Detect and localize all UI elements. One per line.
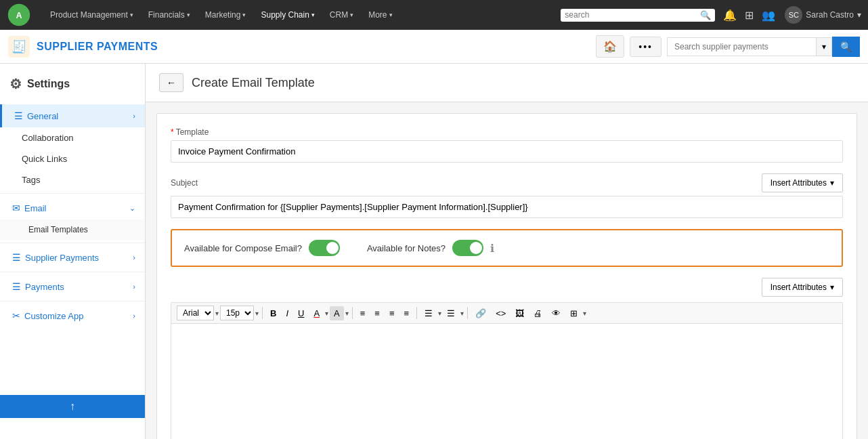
content-header: ← Create Email Template bbox=[146, 64, 868, 102]
general-icon: ☰ bbox=[14, 110, 23, 121]
sidebar-item-label: Customize App bbox=[24, 311, 83, 321]
sidebar-item-collaboration[interactable]: Collaboration bbox=[0, 127, 145, 148]
chevron-right-icon: › bbox=[133, 312, 135, 320]
nav-financials[interactable]: Financials ▾ bbox=[142, 6, 197, 24]
insert-attributes-button-2[interactable]: Insert Attributes ▾ bbox=[762, 278, 843, 297]
subject-row: Subject Insert Attributes ▾ bbox=[171, 173, 843, 192]
toggle-slider bbox=[309, 240, 340, 256]
grid-icon[interactable]: ⊞ bbox=[745, 9, 754, 22]
sidebar-item-label: Tags bbox=[22, 175, 40, 185]
align-left-button[interactable]: ≡ bbox=[356, 306, 370, 320]
search-input[interactable] bbox=[565, 10, 700, 20]
user-menu[interactable]: SC Sarah Castro ▾ bbox=[785, 6, 861, 24]
search-icon[interactable]: 🔍 bbox=[700, 10, 711, 20]
template-input[interactable] bbox=[171, 140, 843, 163]
nav-supply-chain[interactable]: Supply Chain ▾ bbox=[254, 6, 321, 24]
editor-body[interactable] bbox=[171, 324, 842, 439]
nav-menu: Product Management ▾ Financials ▾ Market… bbox=[43, 6, 558, 24]
chevron-down-icon: ⌄ bbox=[129, 204, 135, 213]
insert-attributes-button-1[interactable]: Insert Attributes ▾ bbox=[762, 173, 843, 192]
chevron-down-icon: ▾ bbox=[350, 12, 353, 18]
compose-email-toggle[interactable] bbox=[309, 240, 340, 256]
chevron-right-icon: › bbox=[133, 253, 135, 262]
image-button[interactable]: 🖼 bbox=[511, 306, 528, 320]
search-dropdown-button[interactable]: ▾ bbox=[816, 37, 832, 56]
chevron-down-icon: ▾ bbox=[438, 310, 441, 317]
italic-button[interactable]: I bbox=[282, 306, 292, 320]
nav-crm[interactable]: CRM ▾ bbox=[323, 6, 360, 24]
underline-button[interactable]: U bbox=[294, 306, 308, 320]
chevron-right-icon: › bbox=[133, 283, 135, 291]
nav-marketing[interactable]: Marketing ▾ bbox=[198, 6, 253, 24]
toolbar-separator bbox=[352, 307, 353, 319]
bold-button[interactable]: B bbox=[266, 306, 280, 320]
align-center-button[interactable]: ≡ bbox=[370, 306, 384, 320]
avatar: SC bbox=[785, 6, 802, 24]
chevron-down-icon: ▾ bbox=[187, 12, 190, 18]
subject-input[interactable] bbox=[171, 196, 843, 218]
align-right-button[interactable]: ≡ bbox=[385, 306, 399, 320]
chevron-down-icon: ▾ bbox=[130, 12, 133, 18]
notes-toggle-group: Available for Notes? ℹ bbox=[367, 240, 494, 256]
template-field-group: * Template bbox=[171, 127, 843, 163]
chevron-down-icon: ▾ bbox=[242, 12, 246, 18]
settings-label: Settings bbox=[27, 78, 70, 90]
sidebar-item-email-templates[interactable]: Email Templates bbox=[0, 220, 145, 240]
link-button[interactable]: 🔗 bbox=[471, 306, 490, 320]
compose-email-label: Available for Compose Email? bbox=[184, 243, 302, 253]
supplier-search-input[interactable] bbox=[667, 37, 816, 56]
toolbar-separator bbox=[416, 307, 417, 319]
app-icon: 🧾 bbox=[8, 36, 30, 58]
notes-toggle[interactable] bbox=[452, 240, 483, 256]
font-color-button[interactable]: A bbox=[309, 306, 324, 320]
sidebar-item-label: Email Templates bbox=[28, 225, 88, 234]
unordered-list-button[interactable]: ☰ bbox=[420, 306, 437, 320]
toolbar: Arial ▾ 15px ▾ B I U A ▾ A ▾ ≡ bbox=[171, 303, 842, 324]
preview-button[interactable]: 👁 bbox=[548, 306, 565, 320]
chevron-down-icon: ▾ bbox=[345, 310, 349, 317]
chevron-down-icon: ▾ bbox=[460, 310, 464, 317]
nav-more[interactable]: More ▾ bbox=[362, 6, 399, 24]
justify-button[interactable]: ≡ bbox=[400, 306, 414, 320]
nav-product-management[interactable]: Product Management ▾ bbox=[43, 6, 140, 24]
toggle-slider bbox=[452, 240, 483, 256]
print-button[interactable]: 🖨 bbox=[529, 306, 546, 320]
sidebar-item-payments[interactable]: ☰ Payments › bbox=[0, 275, 145, 298]
sidebar-item-tags[interactable]: Tags bbox=[0, 169, 145, 190]
chevron-right-icon: › bbox=[133, 112, 135, 120]
sidebar-item-customize-app[interactable]: ✂ Customize App › bbox=[0, 304, 145, 327]
font-family-select[interactable]: Arial bbox=[177, 306, 214, 320]
divider bbox=[0, 243, 145, 243]
back-button[interactable]: ← bbox=[159, 73, 183, 92]
chevron-down-icon: ▾ bbox=[325, 310, 328, 317]
sidebar-item-general[interactable]: ☰ General › bbox=[0, 104, 145, 127]
home-button[interactable]: 🏠 bbox=[596, 35, 624, 58]
subject-field-group: Subject Insert Attributes ▾ bbox=[171, 173, 843, 218]
table-button[interactable]: ⊞ bbox=[566, 306, 582, 320]
sidebar-item-supplier-payments[interactable]: ☰ Supplier Payments › bbox=[0, 246, 145, 269]
subject-label: Subject bbox=[171, 178, 198, 188]
email-icon: ✉ bbox=[12, 203, 20, 213]
info-icon[interactable]: ℹ bbox=[490, 242, 494, 255]
supplier-icon: ☰ bbox=[12, 252, 21, 263]
more-options-button[interactable]: ••• bbox=[630, 37, 661, 57]
app-logo[interactable]: A bbox=[7, 3, 34, 27]
scroll-up-button[interactable]: ↑ bbox=[0, 395, 145, 418]
sidebar-item-quick-links[interactable]: Quick Links bbox=[0, 148, 145, 169]
people-icon[interactable]: 👥 bbox=[762, 9, 775, 22]
template-label: * Template bbox=[171, 127, 843, 137]
secondary-nav-actions: 🏠 ••• ▾ 🔍 bbox=[596, 35, 860, 58]
font-size-select[interactable]: 15px bbox=[220, 306, 254, 320]
chevron-down-icon: ▾ bbox=[311, 12, 315, 18]
compose-email-toggle-group: Available for Compose Email? bbox=[184, 240, 340, 256]
code-button[interactable]: <> bbox=[492, 306, 510, 320]
bell-icon[interactable]: 🔔 bbox=[723, 9, 737, 22]
sidebar: ⚙ Settings ☰ General › Collaboration Qui… bbox=[0, 64, 146, 439]
sidebar-item-email[interactable]: ✉ Email ⌄ bbox=[0, 196, 145, 220]
secondary-navigation: 🧾 SUPPLIER PAYMENTS 🏠 ••• ▾ 🔍 bbox=[0, 30, 868, 64]
notes-label: Available for Notes? bbox=[367, 243, 446, 253]
ordered-list-button[interactable]: ☰ bbox=[443, 306, 459, 320]
search-submit-button[interactable]: 🔍 bbox=[832, 37, 860, 57]
highlight-button[interactable]: A bbox=[330, 306, 344, 320]
insert-attributes-row-2: Insert Attributes ▾ bbox=[171, 278, 843, 297]
